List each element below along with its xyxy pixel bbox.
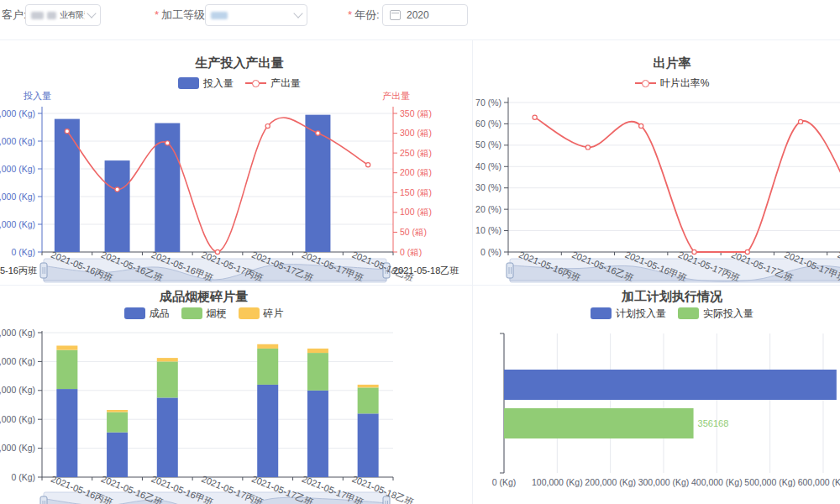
tick-label: 60,000 (Kg) — [0, 385, 35, 395]
dashboard: 客户: 业有限责任公 *加工等级: *年份: 2020 0 (Kg)20,000… — [0, 0, 840, 504]
right-axis-name: 产出量 — [382, 90, 410, 102]
bar[interactable] — [55, 119, 80, 252]
tick-label: 100 (箱) — [400, 207, 432, 217]
legend-label: 实际投入量 — [703, 307, 753, 321]
tick-label: 150 (箱) — [400, 187, 432, 197]
chart-title-plan-execution: 加工计划执行情况 — [483, 289, 840, 305]
stack-bar-segment[interactable] — [107, 433, 128, 477]
datazoom-handle[interactable] — [40, 496, 47, 504]
tick-label: 60,000 (Kg) — [0, 164, 35, 174]
chart-title-product-stem-scrap: 成品烟梗碎片量 — [0, 289, 407, 305]
stack-bar-segment[interactable] — [307, 349, 328, 353]
line-point[interactable] — [533, 115, 537, 119]
tick-label: 40,000 (Kg) — [0, 414, 35, 424]
legend-item[interactable]: 叶片出率% — [635, 76, 710, 91]
left-axis-name: 投入量 — [24, 90, 51, 102]
tick-label: 20,000 (Kg) — [0, 219, 35, 229]
line-point[interactable] — [692, 249, 696, 254]
bar[interactable] — [504, 408, 694, 438]
tick-label: 400,000 (Kg) — [691, 477, 743, 487]
legend-item[interactable]: 投入量 — [178, 76, 234, 91]
stack-bar-segment[interactable] — [56, 389, 77, 477]
datazoom-handle[interactable] — [507, 263, 513, 278]
stack-bar-segment[interactable] — [358, 413, 379, 477]
line-point[interactable] — [366, 163, 370, 167]
stack-bar-segment[interactable] — [307, 353, 328, 391]
line-point[interactable] — [115, 187, 119, 192]
legend-item[interactable]: 烟梗 — [181, 307, 227, 321]
tick-label: 250 (箱) — [400, 148, 432, 158]
stack-bar-segment[interactable] — [157, 361, 178, 397]
tick-label: 100,000 (Kg) — [532, 477, 583, 487]
stack-bar-segment[interactable] — [358, 385, 379, 387]
bar[interactable] — [105, 160, 130, 252]
line-point[interactable] — [639, 123, 643, 128]
legend-label: 成品 — [150, 307, 170, 321]
datazoom-handle[interactable] — [40, 263, 47, 278]
stack-bar-segment[interactable] — [257, 349, 278, 385]
bar[interactable] — [504, 370, 837, 400]
bar-value-label: 356168 — [698, 418, 729, 428]
chart-title-input-output: 生产投入产出量 — [13, 55, 466, 71]
tick-label: 80,000 (Kg) — [0, 136, 35, 146]
stack-bar-segment[interactable] — [307, 391, 328, 477]
tick-label: 50 (箱) — [400, 227, 427, 237]
legend-item[interactable]: 成品 — [124, 307, 170, 321]
tick-label: 0 (Kg) — [492, 477, 517, 487]
stack-bar-segment[interactable] — [257, 385, 278, 477]
tick-label: 0 (%) — [480, 247, 501, 257]
legend-item[interactable]: 产出量 — [245, 76, 301, 91]
chart-title-leaf-rate: 出片率 — [483, 55, 840, 71]
tick-label: 0 (Kg) — [11, 247, 35, 257]
tick-label: 600,000 (Kg) — [798, 477, 840, 487]
legend-input-output: 投入量产出量 — [13, 77, 466, 89]
line-point[interactable] — [585, 145, 590, 150]
line-point[interactable] — [215, 249, 219, 254]
tick-label: 300,000 (Kg) — [638, 477, 690, 487]
stack-bar-segment[interactable] — [56, 345, 77, 349]
line-point[interactable] — [265, 123, 270, 128]
legend-item[interactable]: 实际投入量 — [678, 307, 753, 321]
legend-item[interactable]: 计划投入量 — [591, 307, 666, 321]
tick-label: 100,000 (Kg) — [0, 328, 35, 338]
stack-bar-segment[interactable] — [107, 412, 128, 433]
stack-bar-segment[interactable] — [157, 358, 178, 361]
stack-bar-segment[interactable] — [56, 350, 77, 389]
tick-label: 0 (Kg) — [11, 472, 35, 482]
line-point[interactable] — [745, 249, 749, 254]
tick-label: 40,000 (Kg) — [0, 192, 35, 202]
tick-label: 10 (%) — [475, 225, 501, 235]
legend-line-marker — [245, 77, 266, 89]
legend-bar-marker — [239, 307, 260, 319]
legend-plan-execution: 计划投入量实际投入量 — [483, 307, 840, 319]
tick-label: 40 (%) — [475, 161, 501, 171]
line-point[interactable] — [316, 131, 320, 135]
stack-bar-segment[interactable] — [107, 410, 128, 412]
tick-label: 100,000 (Kg) — [0, 108, 35, 118]
tick-label: 200 (箱) — [400, 167, 432, 177]
legend-bar-marker — [181, 307, 202, 319]
legend-leaf-rate: 叶片出率% — [483, 77, 840, 89]
tick-label: 20 (%) — [475, 204, 501, 214]
legend-bar-marker — [591, 307, 612, 319]
legend-label: 投入量 — [203, 76, 234, 91]
tick-label: 60 (%) — [475, 118, 501, 129]
line-point[interactable] — [798, 119, 802, 123]
legend-bar-marker — [124, 307, 145, 319]
tick-label: 200,000 (Kg) — [585, 477, 636, 487]
tick-label: 0 (箱) — [400, 247, 422, 257]
tick-label: 350 (箱) — [400, 108, 432, 118]
tick-label: 50 (%) — [475, 139, 501, 150]
legend-label: 烟梗 — [207, 307, 227, 321]
tick-label: 70 (%) — [475, 97, 501, 108]
stack-bar-segment[interactable] — [257, 344, 278, 349]
legend-item[interactable]: 碎片 — [239, 307, 284, 321]
legend-label: 产出量 — [270, 76, 301, 91]
line-series — [535, 118, 840, 252]
stack-bar-segment[interactable] — [157, 397, 178, 477]
line-point[interactable] — [65, 129, 69, 134]
stack-bar-segment[interactable] — [358, 387, 379, 413]
legend-label: 计划投入量 — [616, 307, 666, 321]
line-point[interactable] — [165, 141, 170, 145]
tick-label: 300 (箱) — [400, 128, 432, 138]
